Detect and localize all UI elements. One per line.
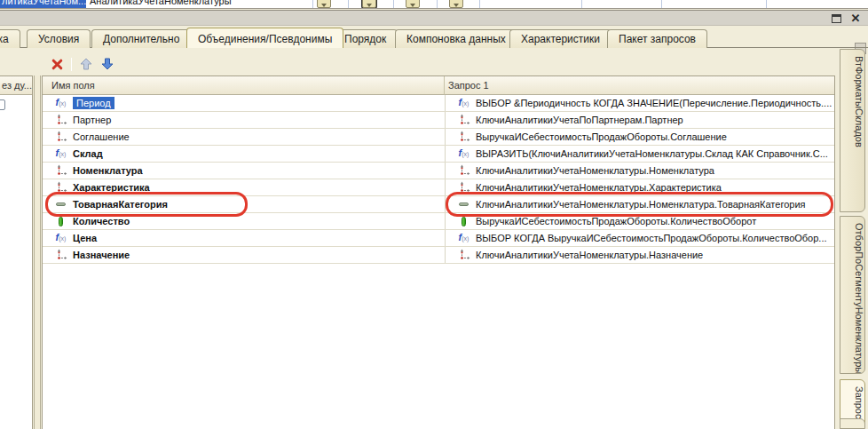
- field-icon: [456, 131, 471, 143]
- field-name: Период: [73, 97, 114, 109]
- query-expression: КлючиАналитикиУчетаНоменклатуры.Назначен…: [476, 250, 703, 260]
- grid-line: [393, 0, 394, 9]
- table-row-quantity[interactable]: Количество ВыручкаИСебестоимостьПродажОб…: [43, 213, 834, 230]
- dropdown-button[interactable]: [449, 0, 463, 8]
- dropdown-button-focused[interactable]: [362, 0, 376, 8]
- table-row-product-category[interactable]: ТоварнаяКатегория КлючиАналитикиУчетаНом…: [43, 196, 834, 213]
- tab-query-batch[interactable]: Пакет запросов: [607, 29, 707, 48]
- table-row-agreement[interactable]: Соглашение ВыручкаИСебестоимостьПродажОб…: [43, 129, 834, 146]
- toolbar-separator: [71, 58, 72, 71]
- field-icon: [53, 181, 68, 194]
- grid-line: [437, 0, 438, 9]
- no-duplicates-checkbox[interactable]: [0, 99, 5, 110]
- query-expression: ВыручкаИСебестоимостьПродажОбороты.Согла…: [476, 131, 727, 142]
- maximize-button[interactable]: [832, 14, 841, 23]
- chevron-down-icon: [367, 4, 372, 7]
- column-header-query1: Запрос 1: [445, 76, 834, 95]
- arrow-up-icon: [79, 57, 93, 71]
- tab-data-composition[interactable]: Компоновка данных: [395, 29, 517, 48]
- tab-characteristics[interactable]: Характеристики: [509, 29, 612, 48]
- field-name: Номенклатура: [73, 165, 143, 176]
- grid-line: [661, 0, 662, 9]
- pill-icon: [53, 217, 68, 226]
- background-selected-cell: литикаУчетаНом...: [0, 0, 86, 9]
- query-expression: ВЫРАЗИТЬ(КлючиАналитикиУчетаНоменклатуры…: [476, 148, 828, 159]
- dash-icon: [53, 203, 68, 206]
- fx-icon: f(x): [53, 98, 68, 108]
- field-name: Цена: [73, 233, 97, 243]
- no-duplicates-column-header: ез ду...: [0, 76, 32, 95]
- dash-icon: [456, 203, 471, 206]
- queries-panel: ез ду...: [0, 75, 33, 429]
- fx-icon: f(x): [456, 233, 471, 243]
- query-expression: КлючиАналитикиУчетаНоменклатуры.Характер…: [476, 182, 722, 193]
- field-name: Характеристика: [73, 182, 150, 193]
- tab-conditions[interactable]: Условия: [27, 29, 91, 48]
- aliases-toolbar: [50, 55, 114, 73]
- table-row-warehouse[interactable]: f(x)Склад f(x)ВЫРАЗИТЬ(КлючиАналитикиУче…: [43, 146, 834, 163]
- move-up-button[interactable]: [78, 57, 93, 72]
- query-expression: ВыручкаИСебестоимостьПродажОбороты.Колич…: [476, 216, 756, 226]
- background-table-row: литикаУчетаНом... АналитикаУчетаНоменкла…: [0, 0, 868, 9]
- table-row-partner[interactable]: Партнер КлючиАналитикиУчетаПоПартнерам.П…: [43, 112, 834, 129]
- field-name: Количество: [73, 216, 130, 226]
- query-expression: КлючиАналитикиУчетаНоменклатуры.Номенкла…: [476, 165, 714, 176]
- background-selected-cell-text: литикаУчетаНом...: [2, 0, 86, 6]
- table-row-purpose[interactable]: Назначение КлючиАналитикиУчетаНоменклату…: [43, 247, 834, 264]
- table-row-price[interactable]: f(x)Цена f(x)ВЫБОР КОГДА ВыручкаИСебесто…: [43, 230, 834, 247]
- field-icon: [53, 249, 68, 261]
- vtab-filter-by-nomenclature-segment[interactable]: ОтборПоСегментуНоменклатуры: [840, 216, 865, 374]
- query-expression: КлючиАналитикиУчетаПоПартнерам.Партнер: [476, 115, 683, 125]
- grid-line: [312, 0, 313, 9]
- field-icon: [53, 131, 68, 143]
- fx-icon: f(x): [456, 148, 471, 159]
- delete-x-icon: [51, 58, 64, 71]
- window-titlebar[interactable]: ✕: [0, 10, 868, 26]
- grid-line: [581, 0, 582, 9]
- dropdown-button[interactable]: [317, 0, 331, 8]
- chevron-down-icon: [321, 4, 327, 7]
- field-icon: [53, 164, 68, 177]
- aliases-table: Имя поля Запрос 1 f(x)Период f(x)ВЫБОР &…: [42, 75, 835, 429]
- vtab-vt-formats-warehouses[interactable]: ВтФорматыСкладов: [840, 49, 865, 212]
- tab-grouping[interactable]: вка: [0, 29, 20, 48]
- vtab-partial[interactable]: [840, 418, 865, 429]
- grid-line: [766, 0, 767, 9]
- grid-line: [348, 0, 349, 9]
- field-name: Назначение: [73, 250, 130, 260]
- table-row-characteristic[interactable]: Характеристика КлючиАналитикиУчетаНоменк…: [43, 179, 834, 196]
- field-icon: [456, 114, 471, 126]
- table-row-nomenclature[interactable]: Номенклатура КлючиАналитикиУчетаНоменкла…: [43, 163, 834, 179]
- field-icon: [456, 181, 471, 194]
- field-icon: [53, 114, 68, 126]
- field-name: Склад: [73, 148, 103, 159]
- column-header-field-name: Имя поля: [43, 76, 445, 95]
- query-expression: ВЫБОР &Периодичность КОГДА ЗНАЧЕНИЕ(Пере…: [476, 98, 832, 108]
- background-cell-text: АналитикаУчетаНоменклатуры: [90, 0, 232, 6]
- move-down-button[interactable]: [99, 57, 114, 72]
- fx-icon: f(x): [456, 98, 471, 108]
- query-designer-tabstrip: вка Условия Дополнительно Объединения/Пс…: [0, 28, 868, 50]
- tab-additional[interactable]: Дополнительно: [91, 29, 191, 48]
- table-header-row: Имя поля Запрос 1: [43, 76, 834, 95]
- fx-icon: f(x): [53, 148, 68, 159]
- chevron-down-icon: [410, 4, 415, 7]
- query-expression: КлючиАналитикиУчетаНоменклатуры.Номенкла…: [476, 199, 806, 210]
- chevron-down-icon: [454, 4, 459, 7]
- field-icon: [456, 164, 471, 177]
- field-icon: [456, 249, 471, 261]
- field-name: ТоварнаяКатегория: [73, 199, 168, 210]
- tab-unions-aliases[interactable]: Объединения/Псевдонимы: [186, 28, 343, 48]
- dropdown-button[interactable]: [406, 0, 420, 8]
- close-button[interactable]: ✕: [849, 12, 862, 26]
- pill-icon: [456, 217, 471, 226]
- arrow-down-icon: [100, 57, 114, 71]
- panel-splitter[interactable]: [34, 75, 41, 429]
- fx-icon: f(x): [53, 233, 68, 243]
- delete-button[interactable]: [50, 57, 65, 72]
- grid-line: [479, 0, 480, 9]
- field-name: Партнер: [73, 115, 111, 125]
- table-row-period[interactable]: f(x)Период f(x)ВЫБОР &Периодичность КОГД…: [43, 95, 834, 112]
- query-expression: ВЫБОР КОГДА ВыручкаИСебестоимостьПродажО…: [476, 233, 827, 243]
- field-name: Соглашение: [73, 131, 130, 142]
